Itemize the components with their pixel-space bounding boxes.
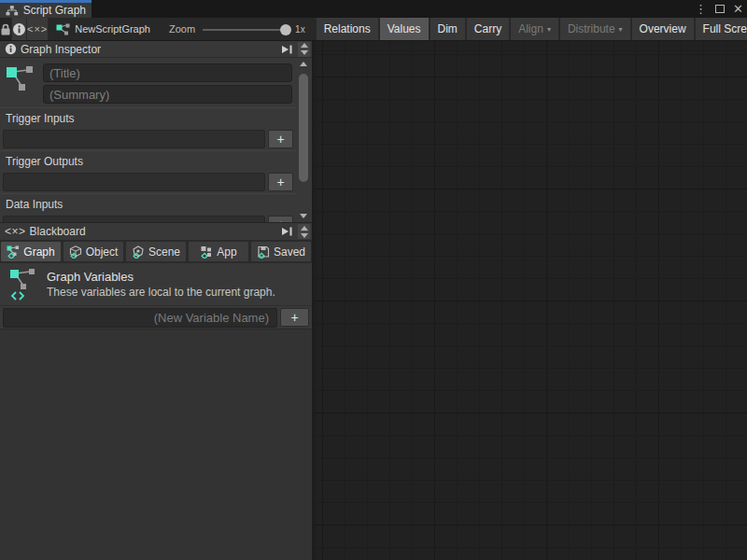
tab-object[interactable]: Object [63, 242, 123, 261]
graph-inspector-header: Graph Inspector [0, 41, 312, 58]
tab-title: Script Graph [23, 4, 86, 17]
tab-scene[interactable]: Scene [126, 242, 186, 261]
tab-script-graph[interactable]: Script Graph [0, 0, 92, 18]
add-data-input-button[interactable]: + [268, 216, 293, 222]
trigger-inputs-list [3, 130, 265, 148]
data-inputs-header: Data Inputs [0, 193, 296, 214]
graph-inspector-title: Graph Inspector [21, 43, 275, 56]
spin-down-icon [301, 50, 308, 55]
graph-hierarchy-icon [6, 6, 19, 16]
summary-field[interactable] [43, 85, 292, 104]
new-variable-input[interactable] [3, 308, 277, 328]
variables-icon: <×> [5, 225, 26, 238]
window-close-icon[interactable]: ✕ [733, 3, 743, 15]
info-icon [5, 43, 17, 55]
variables-list-empty [0, 329, 312, 560]
add-trigger-output-button[interactable]: + [268, 173, 293, 191]
align-dropdown[interactable]: Align ▾ [511, 18, 558, 40]
blackboard-tab-bar: Graph Object Scene [0, 241, 312, 263]
graph-inspector-body: Trigger Inputs + Trigger Outputs + Data … [0, 58, 312, 222]
panel-scroll-spinner[interactable] [298, 42, 310, 57]
graph-breadcrumb[interactable]: NewScriptGraph [56, 18, 150, 40]
dock-panel-icon[interactable] [279, 225, 294, 238]
window-maximize-icon[interactable] [715, 5, 725, 13]
zoom-slider-handle[interactable] [280, 24, 291, 35]
scrollbar-thumb[interactable] [299, 74, 308, 182]
info-icon [12, 22, 26, 36]
scroll-up-icon[interactable] [300, 62, 307, 66]
blackboard-title: Blackboard [30, 225, 275, 238]
data-inputs-row: + [0, 214, 296, 222]
blackboard-header: <×> Blackboard [0, 222, 312, 241]
sidebar: Graph Inspector [0, 41, 315, 560]
blackboard-toggle-button[interactable]: <×> [26, 18, 48, 40]
window-tab-bar: Script Graph ⋮ ✕ [0, 0, 747, 18]
saved-floppy-icon [257, 245, 270, 259]
trigger-outputs-row: + [0, 171, 296, 193]
trigger-inputs-header: Trigger Inputs [0, 107, 296, 128]
add-trigger-input-button[interactable]: + [268, 130, 293, 148]
inspector-scrollbar[interactable] [295, 58, 311, 222]
zoom-value: 1x [295, 24, 305, 35]
spin-down-icon [301, 233, 308, 238]
graph-toolbar: <×> NewScriptGraph Zoom 1x Relations V [0, 18, 747, 41]
title-field[interactable] [43, 63, 292, 82]
graph-variables-info: Graph Variables These variables are loca… [0, 263, 312, 306]
overview-button[interactable]: Overview [632, 18, 694, 40]
tab-app[interactable]: App [189, 242, 248, 261]
graph-variables-title: Graph Variables [47, 270, 275, 284]
graph-variables-icon [9, 268, 37, 301]
values-button[interactable]: Values [380, 18, 429, 40]
relations-button[interactable]: Relations [317, 18, 378, 40]
graph-canvas[interactable] [315, 41, 747, 560]
trigger-inputs-row: + [0, 128, 296, 150]
tab-saved[interactable]: Saved [251, 242, 311, 261]
full-screen-button[interactable]: Full Screen [696, 18, 747, 40]
graph-node-icon [6, 63, 35, 103]
lock-button[interactable] [0, 18, 11, 40]
add-variable-button[interactable]: + [280, 308, 309, 327]
tab-graph[interactable]: Graph [1, 242, 61, 261]
lock-icon [0, 23, 11, 35]
spin-up-icon [301, 226, 308, 231]
script-graph-window: Script Graph ⋮ ✕ <×> [0, 0, 747, 560]
zoom-slider[interactable] [203, 18, 289, 41]
trigger-outputs-list [3, 173, 265, 191]
graph-name-label: NewScriptGraph [75, 23, 150, 35]
zoom-slider-track[interactable] [203, 29, 289, 31]
object-cube-icon [69, 245, 82, 259]
trigger-outputs-header: Trigger Outputs [0, 150, 296, 171]
graph-tab-icon [7, 245, 20, 259]
data-inputs-list [3, 216, 265, 222]
chevron-down-icon: ▾ [547, 25, 551, 34]
graph-variables-description: These variables are local to the current… [47, 286, 275, 299]
panel-scroll-spinner[interactable] [298, 224, 310, 239]
new-variable-row: + [0, 306, 312, 329]
inspector-toggle-button[interactable] [11, 18, 26, 40]
distribute-dropdown[interactable]: Distribute ▾ [560, 18, 630, 40]
window-menu-icon[interactable]: ⋮ [695, 3, 707, 15]
scroll-down-icon[interactable] [300, 214, 307, 218]
scene-icon [132, 245, 145, 259]
script-graph-icon [56, 23, 70, 35]
app-squares-icon [200, 245, 213, 259]
zoom-label: Zoom [169, 23, 195, 35]
dim-button[interactable]: Dim [430, 18, 465, 40]
dock-panel-icon[interactable] [279, 43, 294, 56]
chevron-down-icon: ▾ [619, 25, 623, 34]
carry-button[interactable]: Carry [467, 18, 509, 40]
spin-up-icon [301, 43, 308, 48]
